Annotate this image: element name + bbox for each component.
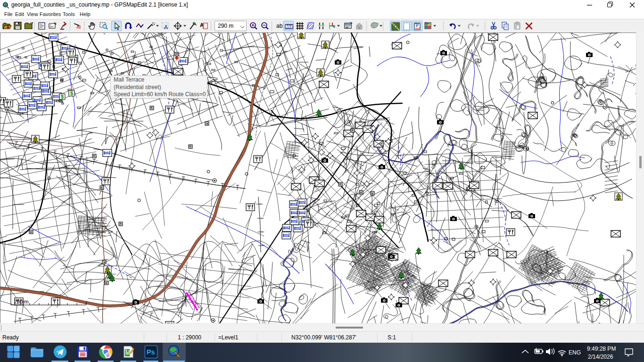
svg-text:Ps: Ps xyxy=(147,348,155,356)
svg-text:$: $ xyxy=(61,94,64,99)
svg-text:P: P xyxy=(416,24,418,28)
svg-text:ENG: ENG xyxy=(569,349,581,356)
svg-text:9:49:28 PM: 9:49:28 PM xyxy=(587,346,616,352)
svg-text:2/14/2026: 2/14/2026 xyxy=(588,354,613,360)
svg-text:KM: KM xyxy=(287,24,292,27)
svg-text:ab: ab xyxy=(276,23,283,29)
svg-text:$: $ xyxy=(70,90,73,96)
svg-text:290 m: 290 m xyxy=(14,299,29,304)
